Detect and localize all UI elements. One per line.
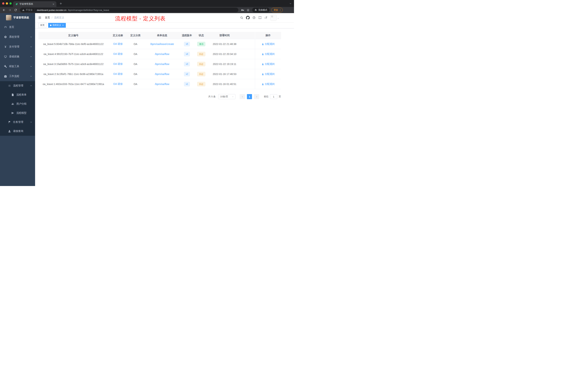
- cell-definition-id: oa_leave:5:004b710b-7b8a-11ec-8ef0-acde4…: [38, 39, 108, 49]
- tag-process-definition[interactable]: 流程定义: [48, 23, 66, 28]
- close-window-button[interactable]: [2, 2, 4, 5]
- sidebar-item-infrastructure[interactable]: 基础设施: [0, 52, 35, 62]
- main-panel: 首页 / 流程定义 首页: [35, 13, 294, 186]
- version-badge: v3: [184, 62, 190, 66]
- infra-icon: [4, 55, 7, 58]
- version-badge: v4: [184, 52, 190, 56]
- cell-actions: 分配规则: [255, 59, 281, 69]
- cell-category: OA: [127, 79, 143, 89]
- tools-icon: [4, 65, 7, 68]
- form-link[interactable]: /bpm/oa/flow: [155, 53, 169, 55]
- search-icon[interactable]: [240, 16, 243, 19]
- incognito-label: 无痕模式: [258, 9, 267, 12]
- tab-close-icon[interactable]: [52, 3, 55, 5]
- active-tag-dot: [50, 25, 52, 26]
- address-bar[interactable]: 不安全 dashboard.yudao.iocoder.cn /bpm/mana…: [20, 8, 238, 12]
- cell-form-info: /bpm/oa/flow: [143, 79, 181, 89]
- cell-definition-name: OA 请假: [108, 39, 127, 49]
- table-row: oa_leave:3:1fad3d93-7b75-11ec-a3c8-acde4…: [38, 59, 281, 69]
- back-button[interactable]: [2, 8, 6, 12]
- sidebar-item-task-management[interactable]: 任务管理: [0, 118, 35, 127]
- sidebar-item-payment[interactable]: 支付管理: [0, 42, 35, 52]
- assign-rule-link[interactable]: 分配规则: [262, 72, 274, 76]
- form-link[interactable]: /bpm/oa/flow: [155, 63, 169, 66]
- assign-rule-link[interactable]: 分配规则: [262, 52, 274, 56]
- update-button[interactable]: 更新: [271, 8, 283, 12]
- user-avatar[interactable]: [270, 15, 279, 21]
- prev-page-button[interactable]: [240, 94, 245, 99]
- browser-tab-strip: 芋道管理系统: [0, 0, 294, 7]
- page-number-1[interactable]: 1: [247, 94, 252, 99]
- person-icon: [262, 63, 264, 65]
- hamburger-menu-icon[interactable]: [38, 16, 42, 20]
- cell-form-info: /bpm/oa/leave/create: [143, 39, 181, 49]
- cell-version: v4: [181, 49, 193, 59]
- broken-image-icon: [271, 15, 273, 18]
- definition-name-link[interactable]: OA 请假: [113, 52, 123, 56]
- sidebar-item-label: 流程模型: [16, 111, 27, 115]
- zoom-window-button[interactable]: [10, 2, 12, 5]
- logo-image: [6, 15, 11, 20]
- select-caret-icon: [232, 96, 234, 98]
- cell-definition-id: oa_leave:2:3c1f0ef1-76b1-11ec-9c66-a2380…: [38, 69, 108, 79]
- page-content: 定义编号定义名称定义分类表单信息流程版本状态部署时间操作 oa_leave:5:…: [35, 28, 294, 186]
- sidebar-item-home[interactable]: 首页: [0, 22, 35, 32]
- breadcrumb-home[interactable]: 首页: [45, 16, 50, 19]
- browser-tab[interactable]: 芋道管理系统: [13, 1, 56, 7]
- table-row: oa_leave:4:991f2193-7b7f-11ec-a3c8-acde4…: [38, 49, 281, 59]
- column-header-definition-id: 定义编号: [38, 32, 108, 39]
- sidebar-item-dev-tools[interactable]: 研发工具: [0, 62, 35, 71]
- github-icon[interactable]: [246, 16, 250, 20]
- workflow-icon: [4, 75, 7, 78]
- new-tab-button[interactable]: [59, 2, 63, 5]
- column-header-version: 流程版本: [181, 32, 193, 39]
- bookmark-star-icon[interactable]: [246, 8, 250, 12]
- sidebar-item-process-form[interactable]: 流程表单: [0, 90, 35, 99]
- sidebar-item-leave-query[interactable]: 请假查询: [0, 127, 35, 136]
- form-link[interactable]: /bpm/oa/flow: [155, 83, 169, 86]
- definition-name-link[interactable]: OA 请假: [113, 62, 123, 66]
- cell-category: OA: [127, 49, 143, 59]
- sidebar-item-process-management[interactable]: 流程管理: [0, 81, 35, 90]
- assign-rule-link[interactable]: 分配规则: [262, 82, 274, 86]
- minimize-window-button[interactable]: [6, 2, 8, 5]
- cell-actions: 分配规则: [255, 69, 281, 79]
- table-filler: [240, 39, 255, 49]
- tag-home[interactable]: 首页: [38, 23, 46, 28]
- definition-name-link[interactable]: OA 请假: [113, 72, 123, 76]
- font-size-icon[interactable]: [264, 16, 268, 19]
- page-size-select[interactable]: 10条/页: [218, 94, 235, 99]
- sidebar-item-workflow[interactable]: 工作流程: [0, 71, 35, 81]
- status-badge: 挂起: [197, 52, 205, 56]
- tag-close-icon[interactable]: [62, 24, 64, 26]
- sidebar-item-process-model[interactable]: 流程模型: [0, 109, 35, 118]
- password-key-icon[interactable]: [240, 8, 245, 12]
- form-link[interactable]: /bpm/oa/flow: [155, 73, 169, 76]
- fullscreen-icon[interactable]: [258, 16, 262, 19]
- next-page-button[interactable]: [254, 94, 259, 99]
- sidebar-item-label: 用户分组: [16, 102, 27, 106]
- user-group-icon: [11, 102, 14, 105]
- app-title: 芋道管理系统: [13, 16, 29, 19]
- forward-button[interactable]: [8, 8, 12, 12]
- form-link[interactable]: /bpm/oa/leave/create: [150, 43, 174, 45]
- page-jump-input[interactable]: [270, 94, 277, 99]
- sidebar-item-label: 任务管理: [13, 120, 23, 124]
- tab-search-chevron-icon[interactable]: [289, 2, 292, 5]
- help-icon[interactable]: [252, 16, 256, 19]
- sidebar-item-system[interactable]: 系统管理: [0, 32, 35, 42]
- column-header-definition-name: 定义名称: [108, 32, 127, 39]
- assign-rule-link[interactable]: 分配规则: [262, 42, 274, 46]
- incognito-icon: [254, 9, 257, 11]
- chevron-up-icon: [30, 75, 32, 77]
- definition-name-link[interactable]: OA 请假: [113, 42, 123, 46]
- avatar-image: [270, 15, 277, 21]
- reload-button[interactable]: [13, 8, 18, 12]
- cell-status: 激活: [193, 39, 210, 49]
- table-row: oa_leave:5:004b710b-7b8a-11ec-8ef0-acde4…: [38, 39, 281, 49]
- sidebar-item-label: 流程管理: [13, 84, 23, 87]
- sidebar-item-user-group[interactable]: 用户分组: [0, 99, 35, 109]
- definition-name-link[interactable]: OA 请假: [113, 82, 123, 86]
- version-badge: v1: [184, 82, 190, 86]
- assign-rule-link[interactable]: 分配规则: [262, 62, 274, 66]
